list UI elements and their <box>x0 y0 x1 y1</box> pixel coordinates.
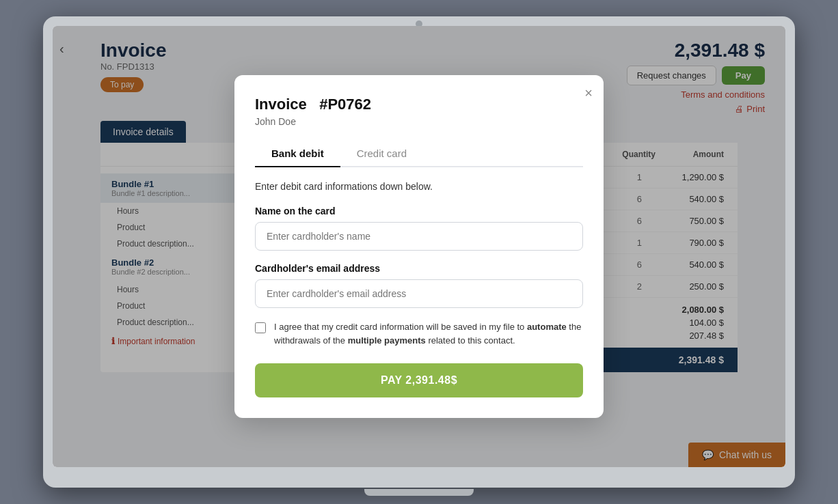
card-name-input[interactable] <box>255 222 583 251</box>
tab-bank-debit[interactable]: Bank debit <box>255 141 340 167</box>
modal-customer-name: John Doe <box>255 116 583 127</box>
modal-overlay: × Invoice #P0762 John Doe Bank debit Cre… <box>53 26 785 467</box>
payment-modal: × Invoice #P0762 John Doe Bank debit Cre… <box>234 75 604 418</box>
modal-title: Invoice #P0762 <box>255 96 371 113</box>
card-email-input[interactable] <box>255 279 583 308</box>
card-name-label: Name on the card <box>255 206 583 216</box>
laptop-base <box>364 489 474 496</box>
modal-description: Enter debit card informations down below… <box>255 181 583 192</box>
card-email-label: Cardholder's email address <box>255 263 583 274</box>
pay-submit-button[interactable]: PAY 2,391.48$ <box>255 363 583 397</box>
consent-text: I agree that my credit card information … <box>274 320 583 347</box>
consent-checkbox[interactable] <box>255 322 266 333</box>
tab-credit-card[interactable]: Credit card <box>340 141 423 166</box>
modal-tabs: Bank debit Credit card <box>255 141 583 167</box>
modal-close-button[interactable]: × <box>584 86 593 100</box>
